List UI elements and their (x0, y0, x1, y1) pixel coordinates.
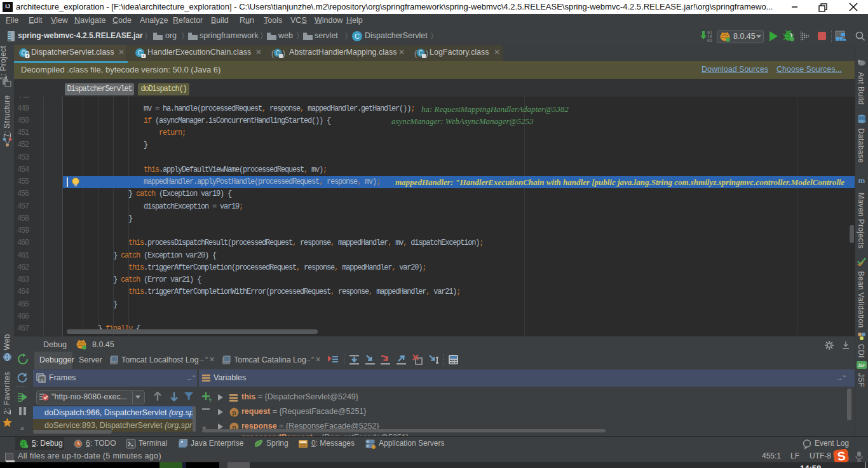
svg-text:s: s (41, 378, 43, 382)
svg-text:(: ( (414, 49, 417, 58)
svg-text:): ) (426, 49, 428, 58)
svg-text:(: ( (271, 49, 274, 58)
svg-text:01: 01 (707, 39, 712, 42)
svg-text:): ) (283, 49, 285, 58)
svg-text:m: m (858, 176, 865, 184)
svg-text:C: C (355, 32, 360, 40)
svg-text:JSF: JSF (858, 363, 865, 368)
svg-text:p: p (233, 409, 236, 416)
